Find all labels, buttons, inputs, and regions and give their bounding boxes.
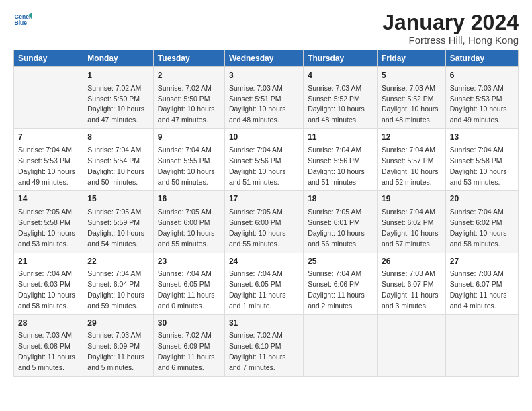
cell-info: Sunrise: 7:03 AMSunset: 5:53 PMDaylight:…	[450, 84, 507, 124]
day-number: 25	[308, 256, 373, 267]
week-row-2: 7Sunrise: 7:04 AMSunset: 5:53 PMDaylight…	[14, 129, 519, 191]
cell-info: Sunrise: 7:02 AMSunset: 6:10 PMDaylight:…	[229, 331, 286, 371]
calendar-table: SundayMondayTuesdayWednesdayThursdayFrid…	[13, 50, 519, 377]
day-number: 28	[18, 318, 79, 329]
cell-w1-d4: 3Sunrise: 7:03 AMSunset: 5:51 PMDaylight…	[224, 67, 303, 129]
day-number: 23	[158, 256, 220, 267]
day-number: 8	[87, 132, 149, 143]
cell-info: Sunrise: 7:04 AMSunset: 5:55 PMDaylight:…	[158, 146, 215, 186]
cell-w2-d3: 9Sunrise: 7:04 AMSunset: 5:55 PMDaylight…	[153, 129, 224, 191]
cell-info: Sunrise: 7:03 AMSunset: 6:07 PMDaylight:…	[450, 269, 507, 310]
col-header-tuesday: Tuesday	[153, 50, 224, 67]
day-number: 7	[18, 132, 79, 143]
cell-info: Sunrise: 7:03 AMSunset: 6:07 PMDaylight:…	[382, 269, 439, 310]
day-number: 5	[382, 70, 441, 81]
cell-w5-d7	[445, 314, 518, 376]
logo-icon: General Blue	[13, 11, 32, 30]
cell-info: Sunrise: 7:04 AMSunset: 6:06 PMDaylight:…	[308, 269, 365, 310]
header: General Blue January 2024 Fortress Hill,…	[13, 11, 519, 46]
cell-w1-d2: 1Sunrise: 7:02 AMSunset: 5:50 PMDaylight…	[83, 67, 154, 129]
day-number: 9	[158, 132, 220, 143]
cell-w2-d4: 10Sunrise: 7:04 AMSunset: 5:56 PMDayligh…	[224, 129, 303, 191]
cell-w2-d1: 7Sunrise: 7:04 AMSunset: 5:53 PMDaylight…	[14, 129, 83, 191]
day-number: 2	[158, 70, 220, 81]
cell-w5-d1: 28Sunrise: 7:03 AMSunset: 6:08 PMDayligh…	[14, 314, 83, 376]
day-number: 14	[18, 193, 79, 205]
col-header-thursday: Thursday	[304, 50, 378, 67]
day-number: 19	[382, 193, 441, 205]
cell-w1-d6: 5Sunrise: 7:03 AMSunset: 5:52 PMDaylight…	[377, 67, 445, 129]
cell-info: Sunrise: 7:04 AMSunset: 5:54 PMDaylight:…	[87, 146, 144, 186]
cell-info: Sunrise: 7:05 AMSunset: 6:00 PMDaylight:…	[229, 208, 286, 248]
col-header-wednesday: Wednesday	[224, 50, 303, 67]
day-number: 30	[158, 318, 220, 329]
cell-info: Sunrise: 7:04 AMSunset: 6:02 PMDaylight:…	[450, 208, 507, 248]
day-number: 17	[229, 193, 299, 205]
day-number: 29	[87, 318, 149, 329]
week-row-4: 21Sunrise: 7:04 AMSunset: 6:03 PMDayligh…	[14, 253, 519, 314]
cell-w2-d7: 13Sunrise: 7:04 AMSunset: 5:58 PMDayligh…	[445, 129, 518, 191]
col-header-sunday: Sunday	[14, 50, 83, 67]
title-block: January 2024 Fortress Hill, Hong Kong	[382, 11, 519, 46]
day-number: 26	[382, 256, 441, 267]
page: General Blue January 2024 Fortress Hill,…	[0, 0, 532, 411]
cell-w4-d7: 27Sunrise: 7:03 AMSunset: 6:07 PMDayligh…	[445, 253, 518, 314]
cell-w3-d6: 19Sunrise: 7:04 AMSunset: 6:02 PMDayligh…	[377, 191, 445, 253]
cell-w1-d7: 6Sunrise: 7:03 AMSunset: 5:53 PMDaylight…	[445, 67, 518, 129]
header-row: SundayMondayTuesdayWednesdayThursdayFrid…	[14, 50, 519, 67]
cell-w4-d3: 23Sunrise: 7:04 AMSunset: 6:05 PMDayligh…	[153, 253, 224, 314]
cell-w2-d6: 12Sunrise: 7:04 AMSunset: 5:57 PMDayligh…	[377, 129, 445, 191]
cell-info: Sunrise: 7:04 AMSunset: 6:02 PMDaylight:…	[382, 208, 439, 248]
cell-info: Sunrise: 7:03 AMSunset: 5:52 PMDaylight:…	[308, 84, 365, 124]
day-number: 6	[450, 70, 514, 81]
cell-info: Sunrise: 7:04 AMSunset: 6:03 PMDaylight:…	[18, 269, 75, 310]
day-number: 16	[158, 193, 220, 205]
cell-info: Sunrise: 7:04 AMSunset: 6:05 PMDaylight:…	[229, 269, 286, 310]
day-number: 31	[229, 318, 299, 329]
cell-w5-d2: 29Sunrise: 7:03 AMSunset: 6:09 PMDayligh…	[83, 314, 154, 376]
cell-w3-d2: 15Sunrise: 7:05 AMSunset: 5:59 PMDayligh…	[83, 191, 154, 253]
day-number: 1	[87, 70, 149, 81]
cell-w4-d6: 26Sunrise: 7:03 AMSunset: 6:07 PMDayligh…	[377, 253, 445, 314]
cell-info: Sunrise: 7:04 AMSunset: 6:04 PMDaylight:…	[87, 269, 144, 310]
cell-info: Sunrise: 7:02 AMSunset: 5:50 PMDaylight:…	[158, 84, 215, 124]
day-number: 10	[229, 132, 299, 143]
cell-w4-d4: 24Sunrise: 7:04 AMSunset: 6:05 PMDayligh…	[224, 253, 303, 314]
week-row-3: 14Sunrise: 7:05 AMSunset: 5:58 PMDayligh…	[14, 191, 519, 253]
cell-w5-d6	[377, 314, 445, 376]
col-header-monday: Monday	[83, 50, 154, 67]
cell-info: Sunrise: 7:03 AMSunset: 5:52 PMDaylight:…	[382, 84, 439, 124]
week-row-5: 28Sunrise: 7:03 AMSunset: 6:08 PMDayligh…	[14, 314, 519, 376]
day-number: 18	[308, 193, 373, 205]
cell-w3-d3: 16Sunrise: 7:05 AMSunset: 6:00 PMDayligh…	[153, 191, 224, 253]
svg-text:Blue: Blue	[15, 19, 28, 26]
cell-info: Sunrise: 7:04 AMSunset: 6:05 PMDaylight:…	[158, 269, 215, 310]
cell-info: Sunrise: 7:05 AMSunset: 6:01 PMDaylight:…	[308, 208, 365, 248]
col-header-friday: Friday	[377, 50, 445, 67]
day-number: 3	[229, 70, 299, 81]
day-number: 22	[87, 256, 149, 267]
cell-w5-d3: 30Sunrise: 7:02 AMSunset: 6:09 PMDayligh…	[153, 314, 224, 376]
cell-info: Sunrise: 7:04 AMSunset: 5:53 PMDaylight:…	[18, 146, 75, 186]
cell-w1-d3: 2Sunrise: 7:02 AMSunset: 5:50 PMDaylight…	[153, 67, 224, 129]
cell-info: Sunrise: 7:04 AMSunset: 5:58 PMDaylight:…	[450, 146, 507, 186]
cell-w3-d1: 14Sunrise: 7:05 AMSunset: 5:58 PMDayligh…	[14, 191, 83, 253]
cell-info: Sunrise: 7:04 AMSunset: 5:56 PMDaylight:…	[229, 146, 286, 186]
cell-w4-d2: 22Sunrise: 7:04 AMSunset: 6:04 PMDayligh…	[83, 253, 154, 314]
cell-w5-d4: 31Sunrise: 7:02 AMSunset: 6:10 PMDayligh…	[224, 314, 303, 376]
cell-w2-d2: 8Sunrise: 7:04 AMSunset: 5:54 PMDaylight…	[83, 129, 154, 191]
cell-w5-d5	[304, 314, 378, 376]
logo: General Blue	[13, 11, 32, 30]
cell-info: Sunrise: 7:03 AMSunset: 5:51 PMDaylight:…	[229, 84, 286, 124]
cell-w3-d7: 20Sunrise: 7:04 AMSunset: 6:02 PMDayligh…	[445, 191, 518, 253]
day-number: 24	[229, 256, 299, 267]
cell-info: Sunrise: 7:02 AMSunset: 5:50 PMDaylight:…	[87, 84, 144, 124]
cell-info: Sunrise: 7:04 AMSunset: 5:56 PMDaylight:…	[308, 146, 365, 186]
day-number: 4	[308, 70, 373, 81]
day-number: 11	[308, 132, 373, 143]
cell-info: Sunrise: 7:05 AMSunset: 6:00 PMDaylight:…	[158, 208, 215, 248]
day-number: 21	[18, 256, 79, 267]
cell-info: Sunrise: 7:05 AMSunset: 5:58 PMDaylight:…	[18, 208, 75, 248]
day-number: 20	[450, 193, 514, 205]
cell-w4-d5: 25Sunrise: 7:04 AMSunset: 6:06 PMDayligh…	[304, 253, 378, 314]
